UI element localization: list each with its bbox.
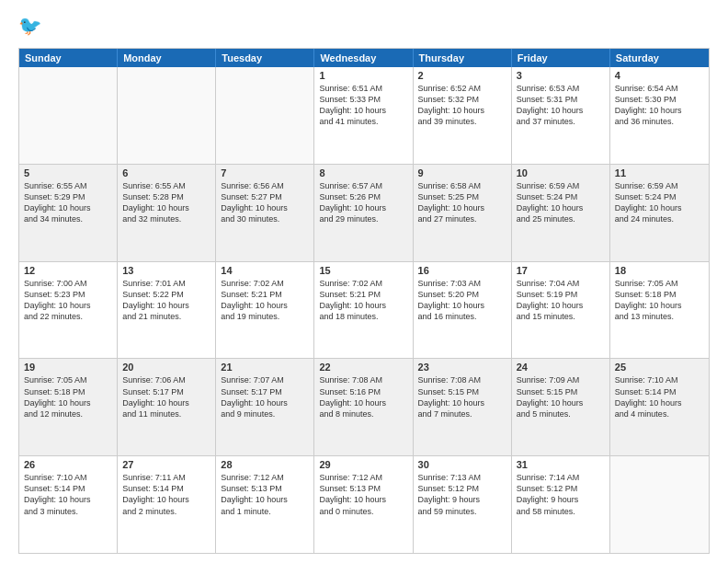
- calendar-cell: 13Sunrise: 7:01 AM Sunset: 5:22 PM Dayli…: [118, 262, 216, 359]
- day-info: Sunrise: 7:05 AM Sunset: 5:18 PM Dayligh…: [615, 278, 704, 323]
- calendar-cell: 10Sunrise: 6:59 AM Sunset: 5:24 PM Dayli…: [512, 165, 610, 261]
- day-info: Sunrise: 7:00 AM Sunset: 5:23 PM Dayligh…: [24, 278, 112, 323]
- day-number: 26: [24, 459, 112, 470]
- logo-bird-icon: 🐦: [18, 15, 44, 40]
- day-number: 16: [418, 265, 506, 276]
- day-number: 7: [221, 167, 309, 178]
- day-info: Sunrise: 6:51 AM Sunset: 5:33 PM Dayligh…: [319, 83, 407, 128]
- day-info: Sunrise: 6:57 AM Sunset: 5:26 PM Dayligh…: [319, 180, 407, 225]
- calendar-cell: 1Sunrise: 6:51 AM Sunset: 5:33 PM Daylig…: [314, 67, 413, 164]
- calendar-cell: 22Sunrise: 7:08 AM Sunset: 5:16 PM Dayli…: [314, 359, 413, 455]
- day-info: Sunrise: 6:53 AM Sunset: 5:31 PM Dayligh…: [517, 83, 605, 128]
- calendar-row-4: 19Sunrise: 7:05 AM Sunset: 5:18 PM Dayli…: [19, 358, 709, 455]
- header-monday: Monday: [118, 49, 216, 67]
- day-info: Sunrise: 7:10 AM Sunset: 5:14 PM Dayligh…: [615, 374, 704, 419]
- day-info: Sunrise: 6:59 AM Sunset: 5:24 PM Dayligh…: [615, 180, 704, 225]
- day-number: 30: [418, 459, 506, 470]
- day-info: Sunrise: 7:02 AM Sunset: 5:21 PM Dayligh…: [221, 278, 309, 323]
- day-info: Sunrise: 7:13 AM Sunset: 5:12 PM Dayligh…: [418, 472, 506, 517]
- calendar-cell: [610, 456, 709, 553]
- day-info: Sunrise: 6:56 AM Sunset: 5:27 PM Dayligh…: [221, 180, 309, 225]
- day-number: 27: [122, 459, 210, 470]
- day-info: Sunrise: 6:59 AM Sunset: 5:24 PM Dayligh…: [517, 180, 605, 225]
- day-number: 21: [221, 362, 309, 373]
- calendar-cell: 18Sunrise: 7:05 AM Sunset: 5:18 PM Dayli…: [610, 262, 709, 359]
- day-info: Sunrise: 7:12 AM Sunset: 5:13 PM Dayligh…: [221, 472, 309, 517]
- day-info: Sunrise: 6:58 AM Sunset: 5:25 PM Dayligh…: [418, 180, 506, 225]
- day-info: Sunrise: 6:55 AM Sunset: 5:29 PM Dayligh…: [24, 180, 112, 225]
- calendar-cell: 7Sunrise: 6:56 AM Sunset: 5:27 PM Daylig…: [216, 165, 314, 261]
- header: 🐦: [18, 15, 710, 40]
- calendar-cell: 27Sunrise: 7:11 AM Sunset: 5:14 PM Dayli…: [118, 456, 216, 553]
- page: 🐦 Sunday Monday Tuesday Wednesday Thursd…: [0, 0, 728, 563]
- header-friday: Friday: [512, 49, 610, 67]
- calendar-cell: 21Sunrise: 7:07 AM Sunset: 5:17 PM Dayli…: [216, 359, 314, 455]
- calendar-cell: 11Sunrise: 6:59 AM Sunset: 5:24 PM Dayli…: [610, 165, 709, 261]
- day-info: Sunrise: 7:01 AM Sunset: 5:22 PM Dayligh…: [122, 278, 210, 323]
- header-sunday: Sunday: [19, 49, 118, 67]
- calendar-cell: 3Sunrise: 6:53 AM Sunset: 5:31 PM Daylig…: [512, 67, 610, 164]
- calendar-cell: 23Sunrise: 7:08 AM Sunset: 5:15 PM Dayli…: [414, 359, 512, 455]
- day-info: Sunrise: 7:03 AM Sunset: 5:20 PM Dayligh…: [418, 278, 506, 323]
- calendar-cell: 28Sunrise: 7:12 AM Sunset: 5:13 PM Dayli…: [216, 456, 314, 553]
- calendar-cell: 19Sunrise: 7:05 AM Sunset: 5:18 PM Dayli…: [19, 359, 118, 455]
- calendar-cell: 2Sunrise: 6:52 AM Sunset: 5:32 PM Daylig…: [414, 67, 512, 164]
- calendar-cell: 15Sunrise: 7:02 AM Sunset: 5:21 PM Dayli…: [314, 262, 413, 359]
- header-thursday: Thursday: [414, 49, 512, 67]
- calendar-cell: 4Sunrise: 6:54 AM Sunset: 5:30 PM Daylig…: [610, 67, 709, 164]
- day-info: Sunrise: 7:05 AM Sunset: 5:18 PM Dayligh…: [24, 374, 112, 419]
- day-number: 20: [122, 362, 210, 373]
- day-info: Sunrise: 7:08 AM Sunset: 5:16 PM Dayligh…: [319, 374, 407, 419]
- day-number: 31: [517, 459, 605, 470]
- day-number: 17: [517, 265, 605, 276]
- calendar-cell: 17Sunrise: 7:04 AM Sunset: 5:19 PM Dayli…: [512, 262, 610, 359]
- calendar-cell: 8Sunrise: 6:57 AM Sunset: 5:26 PM Daylig…: [314, 165, 413, 261]
- calendar-cell: 6Sunrise: 6:55 AM Sunset: 5:28 PM Daylig…: [118, 165, 216, 261]
- day-number: 12: [24, 265, 112, 276]
- calendar-cell: 16Sunrise: 7:03 AM Sunset: 5:20 PM Dayli…: [414, 262, 512, 359]
- day-number: 3: [517, 70, 605, 81]
- day-info: Sunrise: 7:07 AM Sunset: 5:17 PM Dayligh…: [221, 374, 309, 419]
- day-number: 23: [418, 362, 506, 373]
- day-number: 10: [517, 167, 605, 178]
- day-number: 24: [517, 362, 605, 373]
- day-info: Sunrise: 7:12 AM Sunset: 5:13 PM Dayligh…: [319, 472, 407, 517]
- calendar-cell: 30Sunrise: 7:13 AM Sunset: 5:12 PM Dayli…: [414, 456, 512, 553]
- header-wednesday: Wednesday: [314, 49, 413, 67]
- day-info: Sunrise: 7:11 AM Sunset: 5:14 PM Dayligh…: [122, 472, 210, 517]
- calendar-cell: 25Sunrise: 7:10 AM Sunset: 5:14 PM Dayli…: [610, 359, 709, 455]
- calendar-row-1: 1Sunrise: 6:51 AM Sunset: 5:33 PM Daylig…: [19, 67, 709, 164]
- day-number: 4: [615, 70, 704, 81]
- day-number: 18: [615, 265, 704, 276]
- day-info: Sunrise: 7:14 AM Sunset: 5:12 PM Dayligh…: [517, 472, 605, 517]
- day-number: 1: [319, 70, 407, 81]
- day-number: 13: [122, 265, 210, 276]
- day-number: 8: [319, 167, 407, 178]
- calendar-cell: [19, 67, 118, 164]
- calendar-header: Sunday Monday Tuesday Wednesday Thursday…: [19, 49, 709, 67]
- calendar-cell: 5Sunrise: 6:55 AM Sunset: 5:29 PM Daylig…: [19, 165, 118, 261]
- calendar-cell: 20Sunrise: 7:06 AM Sunset: 5:17 PM Dayli…: [118, 359, 216, 455]
- day-info: Sunrise: 6:54 AM Sunset: 5:30 PM Dayligh…: [615, 83, 704, 128]
- calendar-cell: 14Sunrise: 7:02 AM Sunset: 5:21 PM Dayli…: [216, 262, 314, 359]
- day-number: 22: [319, 362, 407, 373]
- calendar-cell: [216, 67, 314, 164]
- calendar-cell: 31Sunrise: 7:14 AM Sunset: 5:12 PM Dayli…: [512, 456, 610, 553]
- day-info: Sunrise: 7:06 AM Sunset: 5:17 PM Dayligh…: [122, 374, 210, 419]
- day-number: 11: [615, 167, 704, 178]
- day-number: 6: [122, 167, 210, 178]
- calendar-row-5: 26Sunrise: 7:10 AM Sunset: 5:14 PM Dayli…: [19, 455, 709, 553]
- day-info: Sunrise: 6:52 AM Sunset: 5:32 PM Dayligh…: [418, 83, 506, 128]
- svg-text:🐦: 🐦: [18, 15, 42, 38]
- logo: 🐦: [18, 15, 48, 40]
- calendar-cell: [118, 67, 216, 164]
- calendar-body: 1Sunrise: 6:51 AM Sunset: 5:33 PM Daylig…: [19, 67, 709, 553]
- day-info: Sunrise: 7:10 AM Sunset: 5:14 PM Dayligh…: [24, 472, 112, 517]
- header-saturday: Saturday: [610, 49, 709, 67]
- day-info: Sunrise: 6:55 AM Sunset: 5:28 PM Dayligh…: [122, 180, 210, 225]
- calendar-cell: 9Sunrise: 6:58 AM Sunset: 5:25 PM Daylig…: [414, 165, 512, 261]
- day-number: 2: [418, 70, 506, 81]
- day-number: 5: [24, 167, 112, 178]
- day-info: Sunrise: 7:04 AM Sunset: 5:19 PM Dayligh…: [517, 278, 605, 323]
- calendar-cell: 24Sunrise: 7:09 AM Sunset: 5:15 PM Dayli…: [512, 359, 610, 455]
